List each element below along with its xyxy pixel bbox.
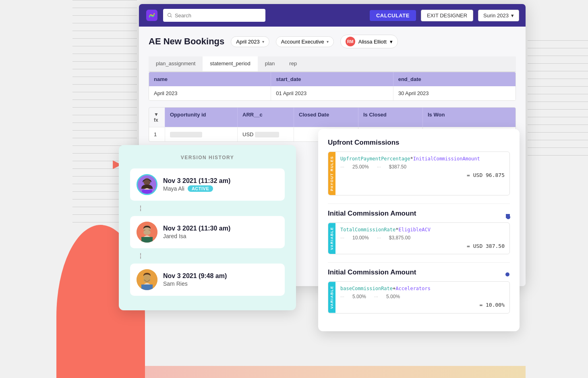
chevron-down-icon: ▾: [327, 39, 329, 44]
payout-card-2: VARIABLE TotalCommissionRate*EligibleACV…: [328, 222, 510, 254]
avatar: RM: [346, 37, 355, 46]
statement-table-header: name start_date end_date: [149, 72, 516, 86]
th-start-date: start_date: [271, 72, 393, 86]
th-is-closed: Is Closed: [358, 108, 423, 127]
payout-card-inner-1: PAYOUT RULES UpfrontPaymentPercentage*In…: [328, 152, 509, 195]
chevron-down-icon: ▾: [511, 12, 514, 19]
commission-panel: Upfront Commissions PAYOUT RULES Upfront…: [318, 129, 520, 331]
td-arr: USD: [238, 127, 294, 141]
version-entry-3[interactable]: Nov 3 2021 (9:48 am) Sam Ries: [130, 264, 285, 296]
version-date-2: Nov 3 2021 (11:30 am): [163, 225, 278, 232]
svg-point-13: [506, 215, 510, 219]
payout-formula-2: TotalCommissionRate*EligibleACV: [340, 227, 505, 233]
statement-table-row: April 2023 01 April 2023 30 April 2023: [149, 86, 516, 100]
payout-content-1: UpfrontPaymentPercentage*InitialCommissi…: [335, 152, 509, 195]
td-start-date: 01 April 2023: [271, 86, 393, 100]
tab-statement-period[interactable]: statement_period: [203, 56, 257, 71]
page-header: AE New Bookings April 2023 ▾ Account Exe…: [149, 35, 516, 48]
dot-indicator-2: [506, 214, 510, 218]
payout-content-3: baseCommissionRate+Accelerators ··· 5.00…: [335, 282, 509, 313]
active-badge: ACTIVE: [188, 185, 213, 192]
version-entry-1[interactable]: Nov 3 2021 (11:32 am) Maya Ali ACTIVE: [130, 168, 285, 201]
payout-values-2: ··· 10.00% ··· $3,875.00: [340, 235, 505, 241]
dot-indicator-3: [505, 271, 510, 278]
divider-1: [328, 204, 510, 204]
avatar-image-jared: [137, 222, 157, 243]
payout-formula-3: baseCommissionRate+Accelerators: [340, 286, 505, 291]
data-table-header: ▼ fx Opportunity id ARR__c Closed Date I…: [149, 108, 516, 127]
th-closed-date: Closed Date: [294, 108, 358, 127]
td-opp-id: [165, 127, 238, 141]
chevron-down-icon: ▾: [390, 39, 393, 45]
version-info-1: Nov 3 2021 (11:32 am) Maya Ali ACTIVE: [163, 177, 278, 192]
avatar-image-sam: [137, 269, 157, 290]
td-end-date: 30 April 2023: [393, 86, 516, 100]
th-opportunity-id: Opportunity id: [165, 108, 238, 127]
payout-card-inner-2: VARIABLE TotalCommissionRate*EligibleACV…: [328, 223, 509, 254]
tab-plan-assignment[interactable]: plan_assignment: [149, 56, 203, 71]
user-filter[interactable]: RM Alissa Elliott ▾: [340, 35, 398, 48]
exit-designer-button[interactable]: EXIT DESIGNER: [421, 10, 473, 21]
version-info-2: Nov 3 2021 (11:30 am) Jared Isa: [163, 225, 278, 239]
avatar-maya-ali: [137, 174, 157, 195]
surin-dropdown[interactable]: Surin 2023 ▾: [478, 10, 519, 21]
bottom-decoration: [139, 366, 526, 378]
right-decorative-lines: [528, 40, 588, 163]
commission-title-3: Initial Commission Amount: [328, 268, 416, 276]
avatar-sam-ries: [137, 269, 157, 290]
search-bar[interactable]: [163, 9, 265, 22]
commission-section-2: Initial Commission Amount VARIABLE Total…: [328, 210, 510, 254]
version-connector-1: [140, 206, 141, 211]
payout-content-2: TotalCommissionRate*EligibleACV ··· 10.0…: [335, 223, 509, 254]
version-name-3: Sam Ries: [163, 280, 278, 287]
avatar-jared-isa: [137, 222, 157, 243]
th-end-date: end_date: [393, 72, 516, 86]
payout-result-2: = USD 387.50: [340, 243, 505, 249]
version-name-1: Maya Ali ACTIVE: [163, 185, 278, 192]
calculate-button[interactable]: CALCULATE: [370, 10, 416, 21]
version-date-1: Nov 3 2021 (11:32 am): [163, 177, 278, 185]
app-logo: [145, 9, 158, 22]
search-input[interactable]: [175, 12, 262, 19]
divider-2: [328, 262, 510, 263]
version-history-panel: VERSION HISTORY Nov 3 2021 (11:32 am): [119, 145, 296, 310]
avatar-image-maya: [138, 174, 156, 195]
version-name-2: Jared Isa: [163, 233, 278, 239]
payout-result-3: = 10.00%: [340, 302, 505, 308]
arr-pill: [255, 132, 279, 137]
payout-card-1: PAYOUT RULES UpfrontPaymentPercentage*In…: [328, 152, 510, 195]
payout-label-side-2: VARIABLE: [328, 223, 335, 254]
svg-rect-12: [141, 285, 153, 290]
version-date-3: Nov 3 2021 (9:48 am): [163, 272, 278, 280]
svg-rect-7: [141, 237, 153, 243]
date-filter[interactable]: April 2023 ▾: [231, 36, 269, 47]
tab-plan[interactable]: plan: [258, 56, 282, 71]
version-history-title: VERSION HISTORY: [130, 155, 285, 160]
td-name: April 2023: [149, 86, 271, 100]
statement-period-table: name start_date end_date April 2023 01 A…: [149, 72, 516, 101]
td-row-num: 1: [149, 127, 165, 141]
payout-formula-1: UpfrontPaymentPercentage*InitialCommissi…: [340, 156, 505, 162]
tab-rep[interactable]: rep: [282, 56, 304, 71]
payout-result-1: = USD 96.875: [340, 172, 505, 178]
version-info-3: Nov 3 2021 (9:48 am) Sam Ries: [163, 272, 278, 287]
payout-card-3: VARIABLE baseCommissionRate+Accelerators…: [328, 281, 510, 313]
payout-label-side-1: PAYOUT RULES: [328, 152, 335, 195]
version-connector-2: [140, 253, 141, 259]
th-arr: ARR__c: [238, 108, 294, 127]
opp-id-pill: [170, 132, 202, 137]
commission-title-2: Initial Commission Amount: [328, 210, 416, 218]
search-icon: [167, 12, 172, 18]
version-entry-2[interactable]: Nov 3 2021 (11:30 am) Jared Isa: [130, 216, 285, 248]
payout-values-1: ··· 25.00% ··· $387.50: [340, 164, 505, 170]
commission-title-1: Upfront Commissions: [328, 139, 510, 147]
commission-section-1: Upfront Commissions PAYOUT RULES Upfront…: [328, 139, 510, 195]
svg-point-8: [143, 230, 151, 235]
th-is-won: Is Won: [423, 108, 483, 127]
page-title: AE New Bookings: [149, 36, 224, 47]
role-filter[interactable]: Account Executive ▾: [276, 36, 334, 47]
payout-card-inner-3: VARIABLE baseCommissionRate+Accelerators…: [328, 282, 509, 313]
payout-values-3: ··· 5.00% ··· 5.00%: [340, 294, 505, 299]
th-fx: ▼ fx: [149, 108, 165, 127]
svg-point-14: [505, 272, 509, 276]
